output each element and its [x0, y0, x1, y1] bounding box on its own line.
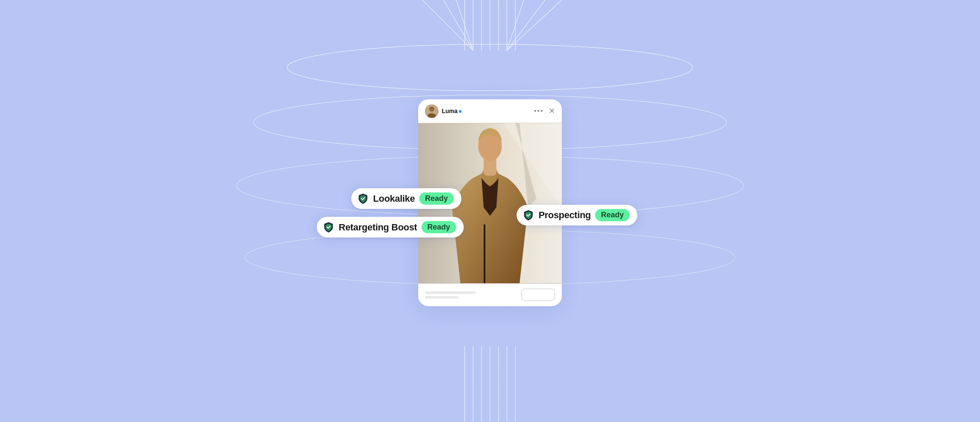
caption-lines — [425, 291, 476, 298]
more-icon[interactable]: ••• — [534, 107, 544, 115]
avatar — [425, 104, 438, 118]
lookalike-label: Lookalike — [373, 193, 415, 204]
caption-line-1 — [425, 291, 476, 294]
action-button[interactable] — [521, 288, 555, 301]
phone-header-actions: ••• ✕ — [534, 106, 555, 116]
svg-line-10 — [507, 0, 524, 51]
retargeting-shield-icon — [323, 221, 335, 233]
phone-header: Luma ••• ✕ — [418, 99, 562, 123]
svg-line-11 — [507, 0, 545, 51]
lookalike-badge: Lookalike Ready — [351, 188, 461, 209]
svg-point-25 — [429, 106, 434, 111]
phone-footer — [418, 283, 562, 306]
phone-username: Luma — [442, 108, 531, 114]
prospecting-label: Prospecting — [539, 210, 591, 221]
svg-line-9 — [456, 0, 473, 51]
svg-line-8 — [444, 0, 473, 51]
lookalike-status: Ready — [419, 192, 454, 205]
close-icon[interactable]: ✕ — [549, 106, 555, 116]
svg-rect-31 — [484, 224, 485, 283]
retargeting-badge: Retargeting Boost Ready — [317, 217, 464, 238]
lookalike-shield-icon — [357, 193, 369, 205]
prospecting-shield-icon — [523, 209, 534, 221]
prospecting-badge: Prospecting Ready — [517, 205, 637, 225]
main-scene: Luma ••• ✕ — [0, 0, 980, 422]
retargeting-status: Ready — [421, 221, 456, 233]
caption-line-2 — [425, 296, 459, 298]
svg-line-12 — [507, 0, 562, 51]
prospecting-status: Ready — [595, 209, 630, 221]
svg-point-13 — [287, 44, 693, 91]
svg-line-7 — [422, 0, 473, 51]
verified-icon — [459, 110, 462, 113]
retargeting-label: Retargeting Boost — [339, 222, 417, 233]
